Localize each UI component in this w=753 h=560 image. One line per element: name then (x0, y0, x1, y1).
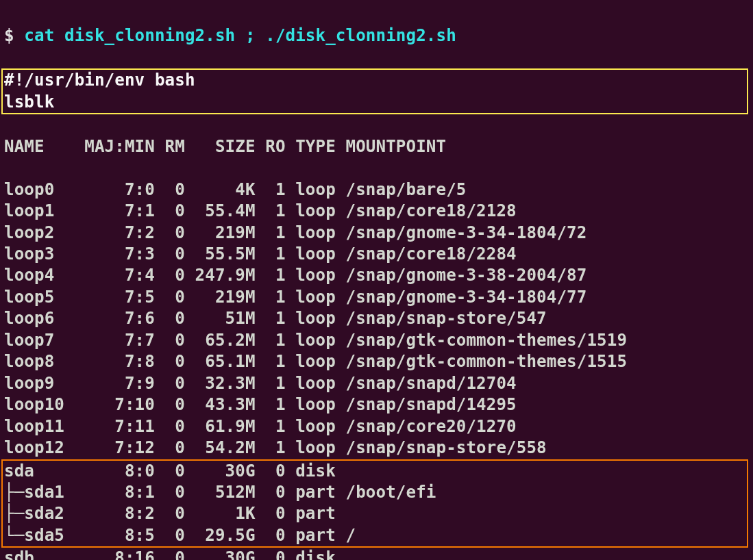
lsblk-row: loop6 7:6 0 51M 1 loop /snap/snap-store/… (4, 308, 752, 329)
lsblk-row: loop8 7:8 0 65.1M 1 loop /snap/gtk-commo… (4, 351, 752, 372)
terminal-output: $ cat disk_clonning2.sh ; ./disk_clonnin… (0, 0, 753, 560)
lsblk-row: loop4 7:4 0 247.9M 1 loop /snap/gnome-3-… (4, 265, 752, 286)
lsblk-row: loop3 7:3 0 55.5M 1 loop /snap/core18/22… (4, 244, 752, 265)
lsblk-row: loop0 7:0 0 4K 1 loop /snap/bare/5 (4, 179, 752, 201)
lsblk-row: loop1 7:1 0 55.4M 1 loop /snap/core18/21… (4, 201, 752, 222)
disk-sda-highlight: sda 8:0 0 30G 0 disk ├─sda1 8:1 0 512M 0… (1, 459, 748, 548)
lsblk-row: loop11 7:11 0 61.9M 1 loop /snap/core20/… (4, 416, 752, 437)
command-text: cat disk_clonning2.sh ; ./disk_clonning2… (24, 26, 456, 45)
lsblk-row: loop12 7:12 0 54.2M 1 loop /snap/snap-st… (4, 437, 752, 459)
prompt-symbol: $ (4, 26, 24, 45)
script-line: lsblk (4, 92, 745, 113)
script-line: #!/usr/bin/env bash (4, 70, 745, 91)
lsblk-row: ├─sda1 8:1 0 512M 0 part /boot/efi (4, 482, 745, 503)
command-line: $ cat disk_clonning2.sh ; ./disk_clonnin… (4, 25, 752, 47)
lsblk-row: └─sda5 8:5 0 29.5G 0 part / (4, 525, 745, 546)
lsblk-row: loop10 7:10 0 43.3M 1 loop /snap/snapd/1… (4, 394, 752, 416)
lsblk-row: loop7 7:7 0 65.2M 1 loop /snap/gtk-commo… (4, 330, 752, 351)
lsblk-header: NAME MAJ:MIN RM SIZE RO TYPE MOUNTPOINT (4, 136, 752, 157)
lsblk-row: loop5 7:5 0 219M 1 loop /snap/gnome-3-34… (4, 287, 752, 308)
lsblk-row: loop9 7:9 0 32.3M 1 loop /snap/snapd/127… (4, 373, 752, 394)
lsblk-row: sda 8:0 0 30G 0 disk (4, 461, 745, 482)
lsblk-row: ├─sda2 8:2 0 1K 0 part (4, 503, 745, 524)
script-content-highlight: #!/usr/bin/env bashlsblk (1, 68, 748, 114)
lsblk-rows: loop0 7:0 0 4K 1 loop /snap/bare/5loop1 … (4, 179, 752, 560)
lsblk-row: loop2 7:2 0 219M 1 loop /snap/gnome-3-34… (4, 222, 752, 244)
lsblk-row: sdb 8:16 0 30G 0 disk (4, 548, 752, 560)
